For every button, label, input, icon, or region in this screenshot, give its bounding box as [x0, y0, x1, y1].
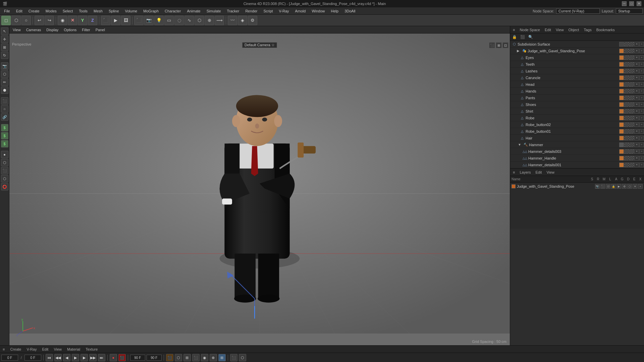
- tree-color-judge[interactable]: [619, 49, 624, 53]
- viewport-fit[interactable]: ⊡: [502, 42, 508, 48]
- left-tool-move[interactable]: ✛: [1, 36, 8, 43]
- mat-menu-vray[interactable]: V-Ray: [25, 347, 38, 352]
- rp-node-space[interactable]: Node Space: [518, 27, 541, 33]
- layout-dropdown[interactable]: Startup: [616, 8, 643, 14]
- tc-play-back[interactable]: ◀: [63, 354, 70, 361]
- node-space-dropdown[interactable]: Current (V-Ray): [556, 8, 600, 14]
- tree-item-hammer-handle[interactable]: △△ Hammer_Handle ✕ +: [510, 155, 644, 162]
- max-frame-input[interactable]: [130, 355, 145, 361]
- left-tool-cir[interactable]: ⭕: [1, 183, 8, 190]
- tree-plus2-judge[interactable]: +: [639, 49, 644, 53]
- tc-play[interactable]: ▶: [72, 354, 79, 361]
- menu-simulate[interactable]: Simulate: [204, 8, 224, 14]
- tree-item-hands[interactable]: △ Hands ✕ +: [510, 88, 644, 95]
- toolbar-live-select[interactable]: ◉: [58, 16, 67, 25]
- left-tool-hex2[interactable]: ⬡: [1, 175, 8, 182]
- current-frame-input[interactable]: [1, 355, 18, 361]
- tc-go-start[interactable]: ⏮: [46, 354, 53, 361]
- tree-item-subdivision[interactable]: ⬡ Subdivision Surface ✕ +: [510, 41, 644, 48]
- menu-tools[interactable]: Tools: [76, 8, 90, 14]
- toolbar-scale[interactable]: Y: [78, 16, 87, 25]
- viewport-menu-display[interactable]: Display: [45, 27, 60, 33]
- tree-item-robe-btn01[interactable]: △ Robe_button01 ✕ +: [510, 128, 644, 135]
- frame-display[interactable]: [24, 355, 41, 361]
- left-tool-s3[interactable]: $: [1, 140, 8, 147]
- tc-extra8[interactable]: ⬛: [230, 354, 237, 361]
- tree-check-dot[interactable]: [624, 42, 629, 47]
- tc-extra1[interactable]: ⬛: [166, 354, 173, 361]
- menu-window[interactable]: Window: [309, 8, 327, 14]
- rp-bookmarks[interactable]: Bookmarks: [595, 27, 616, 33]
- tree-x2-judge[interactable]: ✕: [634, 49, 639, 53]
- toolbar-camera[interactable]: 📷: [144, 16, 154, 25]
- left-tool-box[interactable]: ⬛: [1, 97, 8, 105]
- mat-menu-view[interactable]: View: [52, 347, 63, 352]
- tc-prev-frame[interactable]: ◀◀: [54, 354, 62, 361]
- tree-item-eyes[interactable]: △ Eyes ✕ +: [510, 54, 644, 61]
- tree-item-lashes[interactable]: △ Lashes ✕ +: [510, 68, 644, 74]
- tc-record[interactable]: ●: [110, 354, 117, 361]
- tree-item-judge-group[interactable]: ▶ 🎭 Judge_with_Gavel_Standing_Pose ✕ +: [510, 48, 644, 54]
- left-tool-select[interactable]: ↖: [1, 27, 8, 35]
- toolbar-spline[interactable]: ∿: [184, 16, 194, 25]
- menu-volume[interactable]: Volume: [122, 8, 140, 14]
- layers-menu-view[interactable]: View: [545, 170, 556, 175]
- toolbar-undo[interactable]: ↩: [35, 16, 44, 25]
- tc-extra4[interactable]: ⬛: [192, 354, 200, 361]
- om-search[interactable]: 🔍: [527, 34, 534, 40]
- tree-expand-judge[interactable]: ▶: [516, 48, 521, 54]
- rp-menu-icon[interactable]: ≡: [512, 27, 516, 33]
- layer-icon-lock[interactable]: 🔒: [611, 184, 616, 189]
- toolbar-boole[interactable]: ⊕: [205, 16, 214, 25]
- viewport-maximize[interactable]: ⬛: [489, 42, 495, 48]
- menu-modes[interactable]: Modes: [43, 8, 59, 14]
- viewport-menu-options[interactable]: Options: [62, 27, 78, 33]
- toolbar-floor[interactable]: ▭: [164, 16, 174, 25]
- tree-item-caruncle[interactable]: △ Caruncle ✕ +: [510, 74, 644, 81]
- layers-menu-edit[interactable]: Edit: [534, 170, 543, 175]
- menu-mograph[interactable]: MoGraph: [141, 8, 161, 14]
- tree-item-robe-btn02[interactable]: △ Robe_button02 ✕ +: [510, 121, 644, 128]
- toolbar-hair[interactable]: 〰: [228, 16, 237, 25]
- toolbar-render-region[interactable]: ⬛: [101, 16, 110, 25]
- layer-icon-camera[interactable]: 📷: [595, 184, 600, 189]
- toolbar-extrude[interactable]: ⬡: [195, 16, 204, 25]
- tree-item-hammer[interactable]: ▼ 🔨 Hammer ✕ +: [510, 141, 644, 148]
- left-tool-light[interactable]: ⬡: [1, 70, 8, 78]
- tc-autokey[interactable]: ⬛: [118, 354, 126, 361]
- mat-menu-create[interactable]: Create: [9, 347, 22, 352]
- tc-extra9[interactable]: ⬡: [239, 354, 246, 361]
- max-frame-input2[interactable]: [147, 355, 162, 361]
- mat-menu-texture[interactable]: Texture: [84, 347, 99, 352]
- menu-render[interactable]: Render: [243, 8, 260, 14]
- tree-item-hammer-d001[interactable]: △△ Hammer_details001 ✕ +: [510, 162, 644, 168]
- left-tool-pen[interactable]: ✏: [1, 78, 8, 86]
- viewport-camera-label[interactable]: Default Camera ☆: [242, 42, 277, 48]
- viewport-canvas[interactable]: Perspective Default Camera ☆ ⬛ ⊞ ⊡ x y z: [9, 34, 510, 345]
- tc-extra3[interactable]: ⊞: [183, 354, 191, 361]
- tree-item-pants[interactable]: △ Pants ✕ +: [510, 95, 644, 101]
- tc-extra6[interactable]: ⊕: [210, 354, 217, 361]
- tree-item-hammer-d003[interactable]: △△ Hammer_details003 ✕ +: [510, 148, 644, 155]
- menu-script[interactable]: Script: [261, 8, 275, 14]
- tree-item-teeth[interactable]: △ Teeth ✕ +: [510, 61, 644, 68]
- viewport-menu-cameras[interactable]: Cameras: [25, 27, 43, 33]
- close-button[interactable]: ✕: [637, 1, 641, 6]
- menu-create[interactable]: Create: [26, 8, 42, 14]
- left-tool-tex[interactable]: ⬛: [1, 167, 8, 174]
- menu-tracker[interactable]: Tracker: [224, 8, 242, 14]
- left-tool-hex[interactable]: ⬡: [1, 159, 8, 166]
- toolbar-sculpt-mode[interactable]: ○: [21, 16, 31, 25]
- mat-menu-icon[interactable]: ≡: [1, 347, 6, 352]
- left-tool-sph[interactable]: ○: [1, 105, 8, 113]
- menu-spline[interactable]: Spline: [106, 8, 122, 14]
- tree-item-shirt[interactable]: △ Shirt ✕ +: [510, 108, 644, 115]
- rp-view[interactable]: View: [554, 27, 565, 33]
- maximize-button[interactable]: □: [629, 1, 634, 6]
- tree-vis-judge[interactable]: [624, 49, 629, 53]
- minimize-button[interactable]: ─: [622, 1, 627, 6]
- tree-x-dot[interactable]: ✕: [634, 42, 639, 47]
- toolbar-move[interactable]: ✕: [68, 16, 77, 25]
- toolbar-material[interactable]: ◈: [238, 16, 247, 25]
- menu-mesh[interactable]: Mesh: [91, 8, 105, 14]
